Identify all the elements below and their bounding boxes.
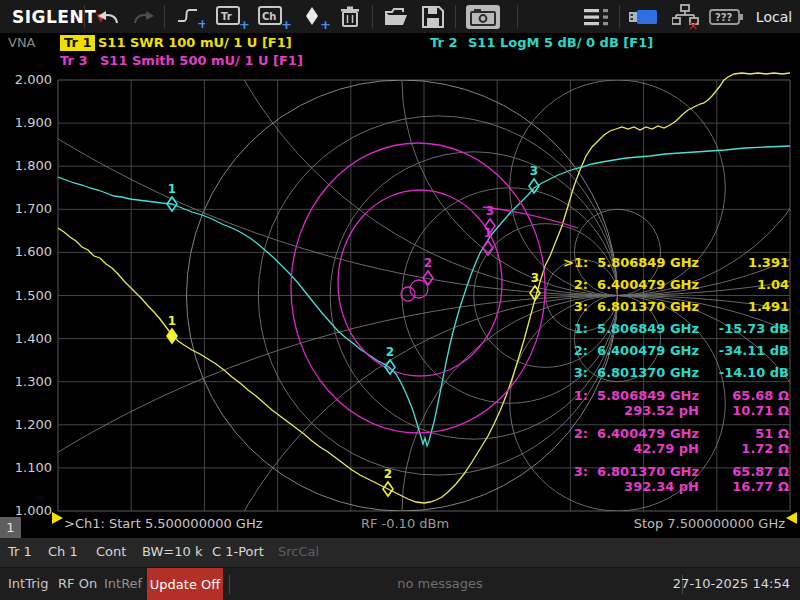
svg-text:+: + xyxy=(197,16,205,30)
status-trace[interactable]: Tr 1 xyxy=(8,544,32,559)
marker-readout-row: 1: 5.806849 GHz-15.73 dB xyxy=(563,319,789,339)
marker-number: 2 xyxy=(386,345,394,359)
channel-tab[interactable]: 1 xyxy=(0,517,21,538)
marker-add-icon: + xyxy=(301,4,331,30)
svg-text:Tr: Tr xyxy=(221,11,232,22)
datetime-label: 27-10-2025 14:54 xyxy=(673,576,790,591)
rf-power-label: RF -0.10 dBm xyxy=(320,516,490,531)
delete-button[interactable] xyxy=(334,0,366,33)
marker-frequency: >1: 5.806849 GHz xyxy=(563,253,699,273)
trace3-measurement[interactable]: S11 Smith 500 mU/ 1 U [F1] xyxy=(100,53,303,68)
separator xyxy=(455,5,456,28)
marker-number: 1 xyxy=(168,182,176,196)
trace2-measurement[interactable]: S11 LogM 5 dB/ 0 dB [F1] xyxy=(468,35,653,50)
status-srccal[interactable]: SrcCal xyxy=(278,544,319,559)
y-tick-label: 1.600 xyxy=(6,244,52,259)
marker-frequency: 392.34 pH xyxy=(563,477,699,497)
system-status-bar: IntTrig RF On IntRef Update Off no messa… xyxy=(0,567,800,600)
toolbar: SIGLENT▾ + Tr + Ch + xyxy=(0,0,800,34)
open-folder-icon xyxy=(383,6,409,28)
status-calibration[interactable]: C 1-Port xyxy=(212,544,264,559)
marker-readout-row: 392.34 pH16.77 Ω xyxy=(563,477,789,497)
status-bandwidth[interactable]: BW=10 k xyxy=(142,544,202,559)
add-marker-button[interactable]: + xyxy=(298,0,334,33)
signal-add-icon: + xyxy=(175,4,205,30)
sweep-start-label: >Ch1: Start 5.500000000 GHz xyxy=(64,516,263,531)
redo-button[interactable] xyxy=(128,0,160,33)
marker-readout-row: 3: 6.801370 GHz1.491 xyxy=(563,297,789,317)
marker-value: 1.391 xyxy=(699,253,789,273)
undo-icon xyxy=(95,6,121,28)
marker-value: 1.04 xyxy=(699,275,789,295)
menu-icon xyxy=(584,7,610,27)
marker-value: 1.491 xyxy=(699,297,789,317)
separator xyxy=(619,5,620,28)
swr-markers[interactable]: 123 xyxy=(167,271,540,496)
marker-value: 10.71 Ω xyxy=(699,401,789,421)
svg-text:+: + xyxy=(239,17,249,30)
screenshot-button[interactable] xyxy=(462,0,504,33)
marker-number: 3 xyxy=(531,271,539,285)
marker-readout-row: >1: 5.806849 GHz1.391 xyxy=(563,253,789,273)
trace1-chip[interactable]: Tr 1 xyxy=(60,35,95,51)
marker-frequency: 2: 6.400479 GHz xyxy=(563,275,699,295)
undo-button[interactable] xyxy=(92,0,124,33)
trace1-measurement[interactable]: S11 SWR 100 mU/ 1 U [F1] xyxy=(98,35,292,50)
smith-markers[interactable]: 123 xyxy=(423,204,495,285)
marker-number: 1 xyxy=(168,314,176,328)
recall-file-button[interactable] xyxy=(379,0,413,33)
update-off-button[interactable]: Update Off xyxy=(147,568,223,600)
marker-frequency: 2: 6.400479 GHz xyxy=(563,341,699,361)
vna-screen: 123123123 SIGLENT▾ + Tr + Ch xyxy=(0,0,800,600)
message-area: no messages xyxy=(340,576,540,591)
network-status: ✕ xyxy=(670,0,702,33)
marker-frequency: 1: 5.806849 GHz xyxy=(563,319,699,339)
status-reference[interactable]: IntRef xyxy=(104,576,142,591)
network-error-icon: ✕ xyxy=(672,4,700,30)
separator xyxy=(229,575,230,594)
separator xyxy=(372,5,373,28)
camera-icon xyxy=(466,4,500,30)
marker-frequency: 42.79 pH xyxy=(563,439,699,459)
separator xyxy=(164,5,165,28)
usb-icon xyxy=(629,8,659,26)
marker-readout-row: 2: 6.400479 GHz-34.11 dB xyxy=(563,341,789,361)
trace3-chip[interactable]: Tr 3 xyxy=(60,53,87,68)
trace-legend-row-1: VNA Tr 1 S11 SWR 100 mU/ 1 U [F1] Tr 2 S… xyxy=(0,35,800,53)
marker-number: 2 xyxy=(424,256,432,270)
marker-frequency: 293.52 pH xyxy=(563,401,699,421)
add-measurement-button[interactable]: + xyxy=(172,0,208,33)
measurement-status-bar: Tr 1 Ch 1 Cont BW=10 k C 1-Port SrcCal xyxy=(0,538,800,567)
marker-value: 1.72 Ω xyxy=(699,439,789,459)
status-rf[interactable]: RF On xyxy=(58,576,97,591)
marker-value: -15.73 dB xyxy=(699,319,789,339)
marker-readout-row: 2: 6.400479 GHz1.04 xyxy=(563,275,789,295)
status-channel[interactable]: Ch 1 xyxy=(48,544,78,559)
y-tick-label: 1.500 xyxy=(6,288,52,303)
svg-text:Ch: Ch xyxy=(262,11,276,22)
status-sweep-mode[interactable]: Cont xyxy=(96,544,126,559)
trace-add-icon: Tr + xyxy=(215,4,249,30)
y-tick-label: 2.000 xyxy=(6,72,52,87)
save-button[interactable] xyxy=(416,0,450,33)
menu-button[interactable] xyxy=(580,0,614,33)
add-channel-button[interactable]: Ch + xyxy=(254,0,294,33)
battery-label: ??? xyxy=(715,12,733,23)
sweep-stop-label: Stop 7.500000000 GHz xyxy=(634,516,785,531)
y-tick-label: 1.900 xyxy=(6,115,52,130)
marker-value: -34.11 dB xyxy=(699,341,789,361)
vna-label: VNA xyxy=(8,35,36,50)
trace-legend-row-2: Tr 3 S11 Smith 500 mU/ 1 U [F1] xyxy=(0,53,800,71)
battery-status: ??? xyxy=(708,0,746,33)
separator xyxy=(517,5,518,28)
usb-status xyxy=(628,0,660,33)
y-tick-label: 1.200 xyxy=(6,417,52,432)
marker-value: 16.77 Ω xyxy=(699,477,789,497)
separator xyxy=(84,5,85,28)
marker-readout-row: 3: 6.801370 GHz-14.10 dB xyxy=(563,363,789,383)
local-button[interactable]: Local xyxy=(752,0,796,33)
add-trace-button[interactable]: Tr + xyxy=(212,0,252,33)
trace2-chip[interactable]: Tr 2 xyxy=(430,35,457,50)
status-trigger[interactable]: IntTrig xyxy=(8,576,48,591)
y-tick-label: 1.700 xyxy=(6,201,52,216)
